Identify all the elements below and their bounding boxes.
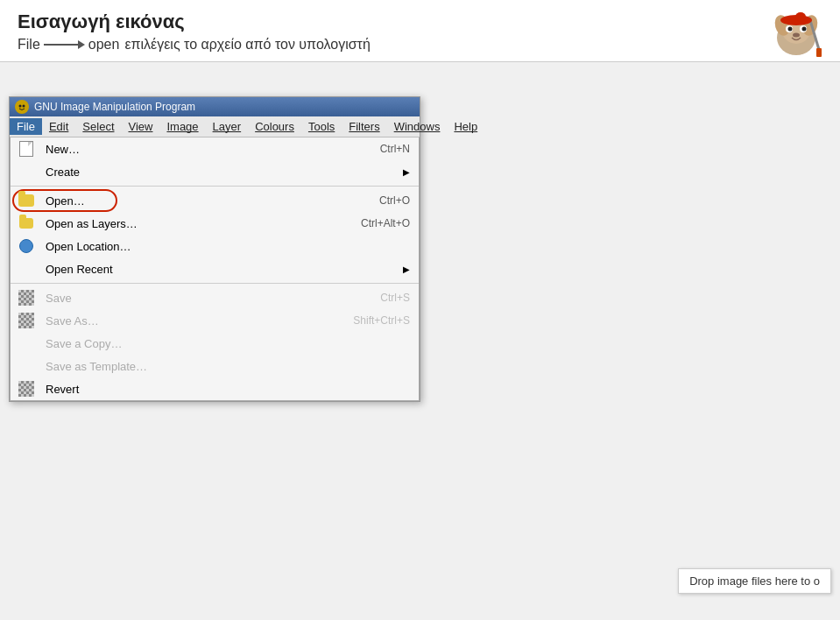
menu-open-layers[interactable]: Open as Layers… Ctrl+Alt+O [11, 212, 419, 235]
save-copy-icon [16, 335, 37, 352]
save-as-shortcut: Shift+Ctrl+S [353, 314, 410, 327]
title-bar: GNU Image Manipulation Program [10, 97, 420, 116]
svg-point-6 [788, 27, 793, 32]
menu-revert[interactable]: Revert [11, 377, 419, 400]
svg-rect-10 [816, 48, 822, 57]
revert-icon [16, 380, 37, 398]
save-template-icon [16, 357, 37, 375]
open-recent-arrow: ▶ [403, 264, 410, 274]
separator-2 [11, 283, 419, 284]
new-icon [16, 140, 37, 158]
menu-file[interactable]: File [10, 118, 42, 135]
subtitle-rest: επιλέγεις το αρχείο από τον υπολογιστή [124, 37, 370, 53]
menu-open-recent[interactable]: Open Recent ▶ [11, 257, 419, 280]
save-shortcut: Ctrl+S [380, 292, 410, 304]
save-copy-label: Save a Copy… [46, 337, 122, 350]
menu-filters[interactable]: Filters [342, 118, 386, 135]
menu-view[interactable]: View [122, 118, 160, 135]
save-as-icon [16, 312, 37, 329]
svg-point-13 [17, 102, 27, 112]
menu-create[interactable]: Create ▶ [11, 160, 419, 183]
instruction-title: Εισαγωγή εικόνας [18, 11, 822, 33]
menu-save-copy[interactable]: Save a Copy… [11, 332, 419, 355]
menu-edit[interactable]: Edit [42, 118, 75, 135]
subtitle-file: File [18, 37, 40, 53]
drop-area-text: Drop image files here to o [689, 574, 820, 588]
menu-colours[interactable]: Colours [248, 118, 301, 135]
menu-save[interactable]: Save Ctrl+S [11, 286, 419, 309]
menu-save-as[interactable]: Save As… Shift+Ctrl+S [11, 309, 419, 332]
svg-point-14 [19, 105, 22, 108]
menu-windows[interactable]: Windows [387, 118, 448, 135]
open-location-icon [16, 237, 37, 255]
create-icon [16, 163, 37, 180]
revert-label: Revert [46, 383, 79, 396]
menu-help[interactable]: Help [447, 118, 484, 135]
window-title: GNU Image Manipulation Program [34, 101, 195, 113]
create-label: Create [46, 166, 80, 179]
open-recent-label: Open Recent [46, 263, 113, 276]
gimp-window: GNU Image Manipulation Program File Edit… [9, 96, 420, 402]
new-label: New… [46, 143, 80, 156]
svg-point-8 [793, 33, 800, 38]
subtitle-open: open [88, 37, 120, 53]
open-icon [16, 192, 37, 209]
svg-point-12 [795, 12, 806, 21]
svg-point-7 [802, 27, 807, 32]
open-layers-shortcut: Ctrl+Alt+O [361, 217, 410, 229]
create-arrow: ▶ [403, 167, 410, 177]
save-label: Save [46, 292, 72, 305]
open-location-label: Open Location… [46, 240, 131, 253]
gimp-small-icon [16, 101, 28, 113]
menu-image[interactable]: Image [159, 118, 205, 135]
open-recent-icon [16, 260, 37, 278]
open-layers-label: Open as Layers… [46, 217, 138, 230]
separator-1 [11, 186, 419, 187]
gimp-logo-area [766, 4, 827, 69]
save-as-label: Save As… [46, 314, 99, 328]
menu-open[interactable]: Open… Ctrl+O [11, 189, 419, 212]
gimp-logo-icon [766, 4, 827, 66]
open-label: Open… [46, 194, 85, 208]
file-dropdown: New… Ctrl+N Create ▶ Open… Ctrl+O Open a… [10, 137, 420, 401]
save-icon [16, 289, 37, 306]
svg-point-15 [23, 105, 25, 108]
save-template-label: Save as Template… [46, 360, 147, 373]
menu-select[interactable]: Select [75, 118, 121, 135]
menu-open-location[interactable]: Open Location… [11, 235, 419, 257]
menu-bar[interactable]: File Edit Select View Image Layer Colour… [10, 116, 420, 137]
new-shortcut: Ctrl+N [380, 143, 410, 155]
instruction-area: Εισαγωγή εικόνας File open επιλέγεις το … [0, 0, 840, 62]
menu-new[interactable]: New… Ctrl+N [11, 137, 419, 160]
menu-tools[interactable]: Tools [301, 118, 342, 135]
menu-layer[interactable]: Layer [206, 118, 249, 135]
menu-save-template[interactable]: Save as Template… [11, 355, 419, 377]
title-bar-icon [15, 100, 29, 114]
open-layers-icon [16, 215, 37, 232]
drop-area: Drop image files here to o [678, 568, 831, 594]
arrow-icon [44, 40, 85, 49]
open-shortcut: Ctrl+O [379, 194, 410, 207]
instruction-subtitle: File open επιλέγεις το αρχείο από τον υπ… [18, 37, 822, 53]
